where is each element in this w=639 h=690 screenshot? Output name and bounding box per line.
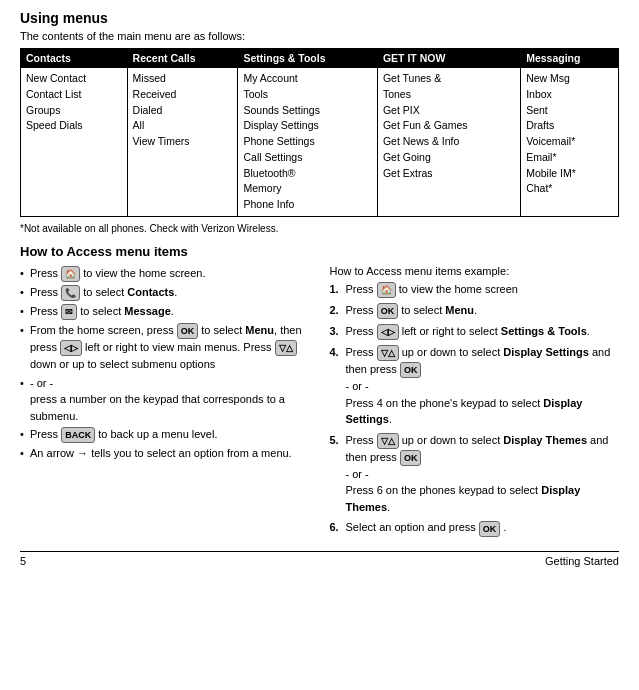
- step-num-2: 2.: [330, 302, 339, 319]
- section2-title: How to Access menu items: [20, 244, 619, 259]
- message-bold: Message: [124, 305, 170, 317]
- list-item: Press ✉ to select Message.: [20, 303, 310, 320]
- ok-icon4: OK: [400, 450, 422, 466]
- or-text-2: - or -: [346, 380, 369, 392]
- tones-text: Tones: [383, 88, 411, 100]
- list-item: Press 📞 to select Contacts.: [20, 284, 310, 301]
- right-column: How to Access menu items example: 1. Pre…: [330, 265, 620, 541]
- rest-4c: down or up to select submenu options: [30, 358, 215, 370]
- rest-step3: left or right to select Settings & Tools…: [402, 325, 590, 337]
- left-column: Press 🏠 to view the home screen. Press 📞…: [20, 265, 310, 541]
- press-step4: Press: [346, 346, 377, 358]
- rest-2: to select Contacts.: [83, 286, 177, 298]
- period-text: .: [503, 521, 506, 533]
- settings-bold: Settings & Tools: [501, 325, 587, 337]
- steps-list: 1. Press 🏠 to view the home screen 2. Pr…: [330, 281, 620, 537]
- arrow-text: An arrow → tells you to select an option…: [30, 447, 292, 459]
- page-footer: 5 Getting Started: [20, 551, 619, 567]
- press-4-text: Press 4 on the phone's keypad to select …: [346, 397, 583, 426]
- nav-lr-icon: ◁▷: [60, 340, 82, 356]
- missed-text: Missed: [133, 72, 166, 84]
- or-text-3: - or -: [346, 468, 369, 480]
- step-2: 2. Press OK to select Menu.: [330, 302, 620, 319]
- press-text-5: Press: [30, 428, 61, 440]
- bullet-list: Press 🏠 to view the home screen. Press 📞…: [20, 265, 310, 462]
- step-5: 5. Press ▽△ up or down to select Display…: [330, 432, 620, 516]
- message-icon: ✉: [61, 304, 77, 320]
- list-item: Press 🏠 to view the home screen.: [20, 265, 310, 282]
- nav-ud-icon3: ▽△: [377, 433, 399, 449]
- home-icon: 🏠: [61, 266, 80, 282]
- ok-icon3: OK: [400, 362, 422, 378]
- list-item: An arrow → tells you to select an option…: [20, 445, 310, 462]
- table-note: *Not available on all phones. Check with…: [20, 223, 619, 234]
- step-1: 1. Press 🏠 to view the home screen: [330, 281, 620, 298]
- press-step5: Press: [346, 434, 377, 446]
- col-messaging-items: New MsgInboxSentDraftsVoicemail*Email*Mo…: [521, 68, 619, 217]
- col-get-it-now-items: Get Tunes & Tones Get PIXGet Fun & Games…: [377, 68, 520, 217]
- list-item: Press BACK to back up a menu level.: [20, 426, 310, 443]
- press-text-3: Press: [30, 305, 61, 317]
- list-item: From the home screen, press OK to select…: [20, 322, 310, 373]
- chapter-title: Getting Started: [545, 555, 619, 567]
- rest-3: to select Message.: [80, 305, 174, 317]
- step-num-3: 3.: [330, 323, 339, 340]
- step-num-6: 6.: [330, 519, 339, 536]
- step-num-5: 5.: [330, 432, 339, 449]
- page-number: 5: [20, 555, 26, 567]
- back-icon: BACK: [61, 427, 95, 443]
- menu-bold2: Menu: [445, 304, 474, 316]
- display-themes-bold: Display Themes: [503, 434, 587, 446]
- step-num-1: 1.: [330, 281, 339, 298]
- list-item: - or - press a number on the keypad that…: [20, 375, 310, 425]
- col-header-settings-tools: Settings & Tools: [238, 49, 377, 68]
- keypad-text: press a number on the keypad that corres…: [30, 393, 285, 422]
- ok-icon: OK: [177, 323, 199, 339]
- main-content: Press 🏠 to view the home screen. Press 📞…: [20, 265, 619, 541]
- display-settings-bold: Display Settings: [503, 346, 589, 358]
- ok-icon5: OK: [479, 521, 501, 537]
- menu-table: Contacts Recent Calls Settings & Tools G…: [20, 48, 619, 217]
- contacts-bold: Contacts: [127, 286, 174, 298]
- col-recent-calls-items: Missed ReceivedDialedAllView Timers: [127, 68, 238, 217]
- nav-ud-icon: ▽△: [275, 340, 297, 356]
- ok-icon2: OK: [377, 303, 399, 319]
- press-step1: Press: [346, 283, 377, 295]
- select-text: Select an option and press: [346, 521, 479, 533]
- section1-title: Using menus: [20, 10, 619, 26]
- press-text-2: Press: [30, 286, 61, 298]
- phone-settings-text: Phone Settings: [243, 135, 314, 147]
- press-step3: Press: [346, 325, 377, 337]
- intro-text: The contents of the main menu are as fol…: [20, 30, 619, 42]
- col-header-messaging: Messaging: [521, 49, 619, 68]
- nav-ud-icon2: ▽△: [377, 345, 399, 361]
- rest-5: to back up a menu level.: [98, 428, 217, 440]
- or-text-1: - or -: [30, 377, 53, 389]
- rest-step1: to view the home screen: [399, 283, 518, 295]
- col-settings-tools-items: My AccountToolsSounds SettingsDisplay Se…: [238, 68, 377, 217]
- contacts-icon: 📞: [61, 285, 80, 301]
- right-title: How to Access menu items example:: [330, 265, 620, 277]
- col-contacts-items: New ContactContact ListGroupsSpeed Dials: [21, 68, 128, 217]
- col-header-get-it-now: GET IT NOW: [377, 49, 520, 68]
- from-text: From the home screen, press: [30, 324, 177, 336]
- col-header-recent-calls: Recent Calls: [127, 49, 238, 68]
- menu-bold: Menu: [245, 324, 274, 336]
- col-header-contacts: Contacts: [21, 49, 128, 68]
- nav-lr-icon2: ◁▷: [377, 324, 399, 340]
- rest-4b: left or right to view main menus. Press: [85, 341, 275, 353]
- rest-1: to view the home screen.: [83, 267, 205, 279]
- step-num-4: 4.: [330, 344, 339, 361]
- press-6-text: Press 6 on the phones keypad to select D…: [346, 484, 581, 513]
- display-themes-bold2: Display Themes: [346, 484, 581, 513]
- step-4: 4. Press ▽△ up or down to select Display…: [330, 344, 620, 428]
- press-step2: Press: [346, 304, 377, 316]
- step-6: 6. Select an option and press OK .: [330, 519, 620, 536]
- home-icon2: 🏠: [377, 282, 396, 298]
- press-text-1: Press: [30, 267, 61, 279]
- step-3: 3. Press ◁▷ left or right to select Sett…: [330, 323, 620, 340]
- rest-step2: to select Menu.: [401, 304, 477, 316]
- display-settings-bold2: Display Settings: [346, 397, 583, 426]
